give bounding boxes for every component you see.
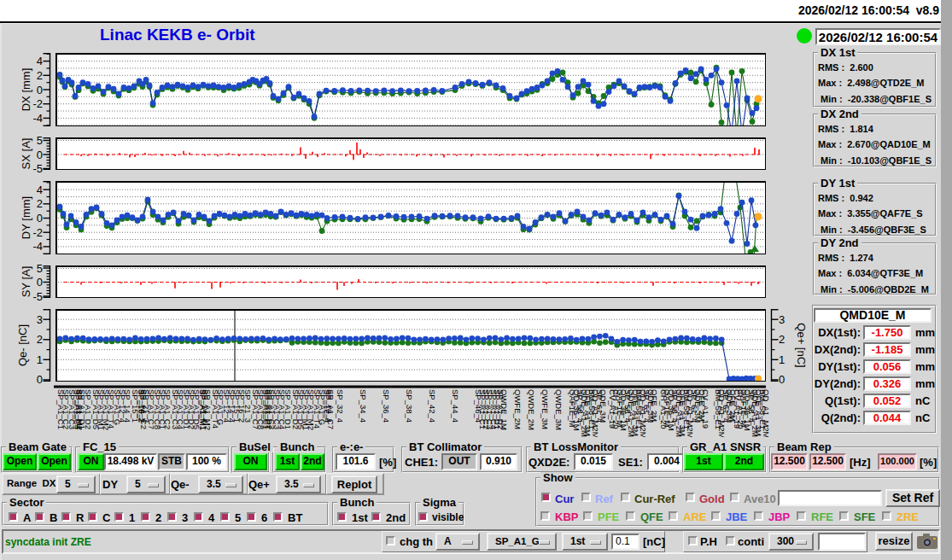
svg-text:5: 5: [37, 262, 43, 275]
svg-text:CV_A1_19: CV_A1_19: [701, 389, 710, 429]
svg-text:0: 0: [37, 84, 43, 96]
svg-text:0: 0: [779, 373, 785, 386]
svg-text:-4: -4: [32, 240, 43, 253]
svg-text:2: 2: [37, 333, 43, 346]
svg-text:1: 1: [779, 353, 785, 366]
svg-text:SY [A]: SY [A]: [20, 266, 32, 298]
svg-text:0: 0: [37, 276, 43, 289]
svg-text:2: 2: [37, 69, 43, 82]
svg-text:-5: -5: [32, 290, 43, 303]
svg-text:QDE_3M: QDE_3M: [599, 389, 608, 423]
svg-text:Qe+ [nC]: Qe+ [nC]: [795, 323, 807, 367]
svg-text:SP_44_4: SP_44_4: [451, 389, 460, 423]
svg-text:SP_32_4: SP_32_4: [336, 389, 345, 423]
svg-text:Qe- [nC]: Qe- [nC]: [16, 324, 29, 366]
svg-text:5: 5: [37, 134, 43, 147]
svg-text:4: 4: [37, 184, 43, 196]
svg-text:0: 0: [37, 149, 43, 161]
svg-text:SP_36_4: SP_36_4: [382, 389, 391, 423]
svg-text:SP_A1_C7: SP_A1_C7: [326, 389, 336, 429]
svg-text:QD_A1_M2M: QD_A1_M2M: [762, 389, 771, 437]
svg-text:-4: -4: [32, 112, 43, 125]
svg-text:2: 2: [37, 197, 43, 210]
svg-text:1: 1: [37, 353, 43, 366]
svg-text:DX [mm]: DX [mm]: [20, 68, 32, 112]
svg-text:SX [A]: SX [A]: [20, 138, 32, 170]
svg-text:QWFE_2M: QWFE_2M: [513, 389, 523, 429]
svg-text:SP_34_4: SP_34_4: [359, 389, 368, 423]
svg-text:QWDE_2M: QWDE_2M: [527, 389, 536, 430]
svg-text:0: 0: [37, 212, 43, 225]
svg-text:3: 3: [779, 313, 785, 326]
svg-text:QWDE_1M: QWDE_1M: [499, 389, 509, 430]
svg-text:DY [mm]: DY [mm]: [20, 196, 32, 239]
svg-text:0: 0: [37, 373, 43, 386]
svg-text:SP_42_4: SP_42_4: [428, 389, 437, 423]
svg-text:-2: -2: [32, 226, 43, 239]
svg-text:QWDE_3M: QWDE_3M: [554, 389, 564, 430]
svg-text:QFE_2M: QFE_2M: [650, 389, 659, 422]
svg-text:-5: -5: [32, 162, 43, 175]
svg-text:QWFE_3M: QWFE_3M: [540, 389, 550, 429]
svg-text:3: 3: [37, 313, 43, 326]
svg-text:SP_38_4: SP_38_4: [405, 389, 414, 423]
svg-text:2: 2: [779, 333, 785, 346]
svg-text:4: 4: [37, 55, 43, 67]
svg-text:-2: -2: [32, 97, 43, 110]
